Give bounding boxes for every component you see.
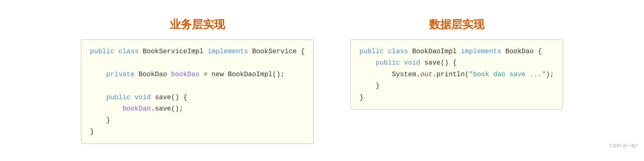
var-bookdao: bookDao <box>171 71 199 78</box>
classname-l1: BookServiceImpl <box>139 48 208 55</box>
code-line-r4: } <box>359 80 554 92</box>
method-call-save: .save(); <box>151 105 183 113</box>
iface-r1: BookDao { <box>501 48 542 55</box>
left-section: 业务层实现 public class BookServiceImpl imple… <box>81 17 314 144</box>
code-line-r5: } <box>359 92 554 103</box>
kw-public-l5: public <box>106 94 130 101</box>
code-line-r1: public class BookDaoImpl implements Book… <box>359 46 554 57</box>
method-save-l5: save() { <box>151 94 187 101</box>
system-out: System. <box>392 71 420 78</box>
string-literal: "book dao save ..." <box>469 71 546 78</box>
watermark: CSDN @一晚7 <box>609 143 638 149</box>
assign-bookdaoimpl: = new BookDaoImpl(); <box>200 71 285 78</box>
code-line-l2 <box>90 57 305 69</box>
kw-public-r2: public <box>376 59 400 67</box>
kw-class-l1: class <box>118 48 139 55</box>
kw-implements-l1: implements <box>208 48 248 55</box>
right-section-title: 数据层实现 <box>429 17 484 32</box>
method-save-r2: save() { <box>420 59 457 67</box>
kw-void-l5: void <box>134 94 151 101</box>
left-section-title: 业务层实现 <box>170 17 225 32</box>
right-code-box: public class BookDaoImpl implements Book… <box>351 39 563 110</box>
kw-void-r2: void <box>404 59 420 67</box>
type-bookdao: BookDao <box>134 71 171 78</box>
var-bookdao-call: bookDao <box>122 105 151 113</box>
iface-l1: BookService { <box>248 48 305 55</box>
code-line-r3: System.out.println("book dao save ..."); <box>359 69 554 80</box>
code-line-l3: private BookDao bookDao = new BookDaoImp… <box>90 69 305 80</box>
close-brace-l8: } <box>90 128 94 136</box>
main-container: 业务层实现 public class BookServiceImpl imple… <box>0 11 644 150</box>
code-line-l5: public void save() { <box>90 92 305 103</box>
kw-public-r1: public <box>359 48 384 55</box>
code-line-l1: public class BookServiceImpl implements … <box>90 46 305 57</box>
code-line-l7: } <box>90 114 305 126</box>
close-brace-l7: } <box>106 116 110 124</box>
println: .println( <box>433 71 469 78</box>
code-line-l8: } <box>90 126 305 137</box>
kw-private: private <box>106 71 134 78</box>
classname-r1: BookDaoImpl <box>408 48 461 55</box>
out-italic: out <box>420 71 433 78</box>
kw-class-r1: class <box>388 48 408 55</box>
close-paren: ); <box>546 71 554 78</box>
left-code-box: public class BookServiceImpl implements … <box>81 39 314 144</box>
right-section: 数据层实现 public class BookDaoImpl implement… <box>351 17 563 110</box>
code-line-r2: public void save() { <box>359 57 554 69</box>
close-brace-r4: } <box>376 82 380 90</box>
close-brace-r5: } <box>359 94 363 101</box>
code-line-l4 <box>90 80 305 92</box>
code-line-l6: bookDao.save(); <box>90 103 305 114</box>
kw-implements-r1: implements <box>461 48 501 55</box>
kw-public-l1: public <box>90 48 114 55</box>
